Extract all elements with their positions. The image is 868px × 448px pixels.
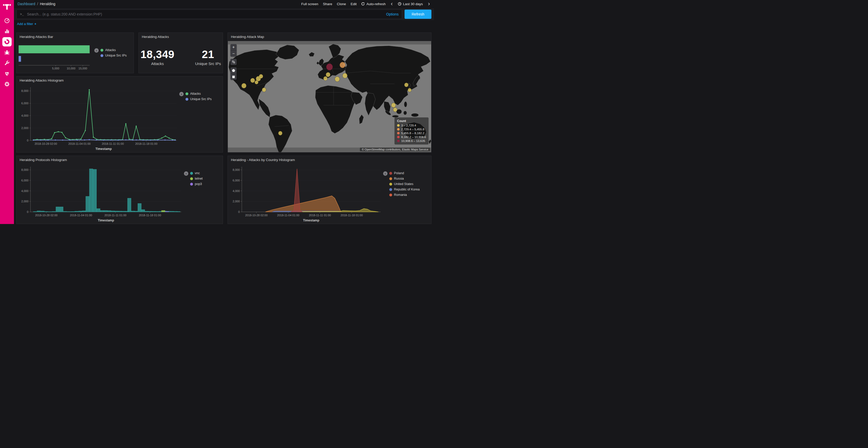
svg-text:2018-10-28 02:00: 2018-10-28 02:00 [245, 214, 268, 217]
svg-text:2018-11-18 01:00: 2018-11-18 01:00 [135, 142, 157, 145]
dashboard-grid: Heralding Attacks Bar 5,00010,00015,000 … [14, 0, 434, 224]
legend-label: Romania [394, 193, 407, 197]
gear-icon [4, 81, 10, 87]
legend-label: Russia [394, 177, 404, 180]
gauge-icon [4, 18, 10, 24]
map-legend-row: 3 – 2,729.4 [397, 124, 426, 127]
rectangle-icon [232, 75, 235, 79]
legend-dot [100, 54, 103, 57]
legend-label: telnet [195, 177, 203, 180]
legend-label: vnc [195, 171, 200, 175]
map-legend-label: 10,908.6 – 13,635 [401, 139, 425, 142]
svg-text:5,000: 5,000 [52, 67, 59, 70]
legend-item[interactable]: telnet [190, 177, 203, 180]
panel-attacks-metric: Heralding Attacks 18,349 Attacks 21 Uniq… [138, 33, 223, 73]
panel-title: Heralding Attack Map [228, 33, 431, 40]
svg-text:0: 0 [238, 210, 240, 213]
svg-text:0: 0 [27, 139, 28, 142]
legend-item[interactable]: Republic of Korea [389, 187, 420, 191]
legend-dot [190, 172, 193, 175]
svg-text:Timestamp: Timestamp [95, 147, 112, 151]
map-fit-bounds-button[interactable] [230, 59, 237, 65]
tmobile-logo-icon [3, 3, 11, 11]
svg-text:8,000: 8,000 [21, 89, 28, 92]
legend-item[interactable]: Unique Src IPs [100, 54, 127, 57]
country-histogram-chart[interactable]: 02,0004,0006,0008,0002018-10-28 02:00201… [228, 164, 383, 224]
sidebar-item-health[interactable] [2, 69, 11, 78]
legend-dot [389, 188, 392, 191]
legend-item[interactable]: Poland [389, 171, 420, 175]
svg-text:4,000: 4,000 [21, 114, 28, 117]
svg-text:4,000: 4,000 [21, 189, 28, 193]
bar-chart-icon [4, 28, 10, 34]
map-legend-label: 8,182.2 – 10,908.6 [401, 136, 426, 139]
map-draw-polygon-button[interactable] [230, 67, 237, 74]
legend-label: United States [394, 182, 413, 186]
map-legend-label: 5,455.8 – 8,182.2 [401, 132, 425, 135]
sidebar-item-dashboards[interactable] [2, 37, 11, 46]
legend-items: AttacksUnique Src IPs [100, 48, 127, 57]
map-draw-rectangle-button[interactable] [230, 74, 237, 80]
attacks-bar-chart[interactable]: 5,00010,00015,000 [17, 41, 94, 73]
panel-title: Heralding Attacks Histogram [17, 76, 223, 83]
legend-item[interactable]: Attacks [100, 48, 127, 52]
legend-dot [389, 194, 392, 196]
map-legend-dot [397, 140, 400, 142]
svg-text:6,000: 6,000 [21, 102, 28, 105]
legend-label: Republic of Korea [394, 187, 420, 191]
map-legend-row: 10,908.6 – 13,635 [397, 139, 426, 142]
sidebar-item-bar-chart[interactable] [2, 27, 11, 36]
attacks-histogram-chart[interactable]: 02,0004,0006,0008,0002018-10-28 02:00201… [17, 84, 179, 152]
legend-toggle-icon[interactable]: › [383, 171, 388, 176]
tmobile-logo[interactable] [3, 3, 11, 12]
sidebar-item-settings[interactable] [2, 79, 11, 89]
chart-legend: › AttacksUnique Src IPs [179, 84, 223, 152]
legend-label: Attacks [190, 92, 201, 96]
legend-item[interactable]: Romania [389, 193, 420, 197]
legend-label: Unique Src IPs [105, 54, 127, 57]
legend-item[interactable]: United States [389, 182, 420, 186]
protocols-histogram-chart[interactable]: 02,0004,0006,0008,0002018-10-28 02:00201… [17, 164, 184, 224]
legend-item[interactable]: Russia [389, 177, 420, 180]
panel-title: Heralding Protocols Histogram [17, 156, 223, 163]
map-zoom-out-button[interactable]: − [230, 50, 237, 57]
crop-icon [232, 60, 235, 64]
svg-text:2018-11-04 01:00: 2018-11-04 01:00 [70, 214, 92, 217]
legend-label: pop3 [195, 182, 202, 186]
panel-title: Heralding Attacks [139, 33, 223, 40]
legend-toggle-icon[interactable]: › [184, 171, 188, 176]
sidebar-item-bug[interactable] [2, 48, 11, 57]
svg-text:2018-11-18 01:00: 2018-11-18 01:00 [340, 214, 363, 217]
legend-dot [100, 49, 103, 51]
legend-item[interactable]: Attacks [185, 92, 212, 96]
map-legend-label: 2,729.4 – 5,455.8 [401, 128, 425, 131]
map-legend-dot [397, 132, 400, 134]
sidebar-item-tools[interactable] [2, 58, 11, 68]
panel-protocols-histogram: Heralding Protocols Histogram 02,0004,00… [16, 156, 223, 224]
svg-text:2018-11-04 01:00: 2018-11-04 01:00 [277, 214, 300, 217]
svg-text:10,000: 10,000 [67, 67, 75, 70]
svg-text:8,000: 8,000 [232, 168, 240, 171]
metric-unique-src-ips: 21 Unique Src IPs [195, 48, 221, 66]
metric-label: Attacks [141, 61, 175, 66]
legend-item[interactable]: pop3 [190, 182, 203, 186]
legend-toggle-icon[interactable]: › [179, 92, 184, 96]
sidebar-item-gauge[interactable] [2, 16, 11, 25]
svg-text:2,000: 2,000 [21, 200, 28, 203]
legend-item[interactable]: vnc [190, 171, 203, 175]
svg-text:6,000: 6,000 [232, 179, 240, 182]
map-legend: Count 3 – 2,729.42,729.4 – 5,455.85,455.… [395, 117, 429, 144]
map-attribution[interactable]: © OpenStreetMap contributors, Elastic Ma… [360, 148, 430, 151]
svg-text:2,000: 2,000 [232, 200, 240, 203]
legend-item[interactable]: Unique Src IPs [185, 97, 212, 101]
heartbeat-icon [4, 70, 10, 77]
svg-text:2018-10-28 02:00: 2018-10-28 02:00 [35, 214, 58, 217]
attack-map[interactable]: + − [228, 41, 431, 152]
chart-legend: › PolandRussiaUnited StatesRepublic of K… [383, 164, 431, 224]
legend-items: AttacksUnique Src IPs [185, 92, 212, 101]
svg-text:2,000: 2,000 [21, 127, 28, 130]
map-zoom-in-button[interactable]: + [230, 44, 237, 50]
legend-toggle-icon[interactable]: › [94, 48, 99, 53]
map-controls: + − [230, 44, 237, 80]
metric-attacks: 18,349 Attacks [141, 48, 175, 66]
